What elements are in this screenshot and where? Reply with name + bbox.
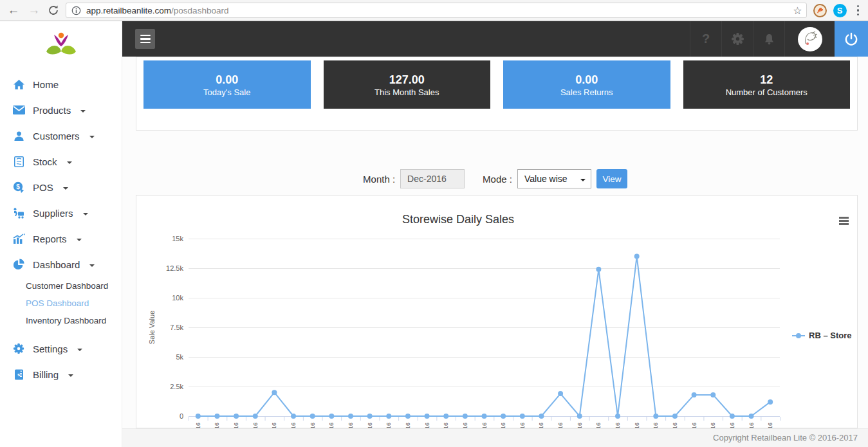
mode-select[interactable]: Value wise: [517, 169, 591, 188]
sidebar-item-billing[interactable]: s Billing: [0, 361, 122, 387]
svg-text:17-Dec-16: 17-Dec-16: [500, 423, 506, 428]
svg-text:3-Dec-16: 3-Dec-16: [233, 423, 239, 428]
svg-text:10k: 10k: [172, 294, 183, 302]
notifications-button[interactable]: [753, 21, 784, 57]
legend-item-rb-store[interactable]: RB – Store: [791, 331, 851, 340]
logout-button[interactable]: [835, 21, 868, 57]
svg-text:4-Dec-16: 4-Dec-16: [252, 423, 259, 428]
sidebar-toggle-button[interactable]: [135, 29, 155, 49]
svg-text:29-Dec-16: 29-Dec-16: [729, 423, 735, 428]
month-input[interactable]: [400, 169, 465, 188]
svg-text:26-Dec-16: 26-Dec-16: [672, 423, 678, 428]
help-button[interactable]: ?: [690, 21, 721, 57]
svg-text:22-Dec-16: 22-Dec-16: [595, 423, 602, 428]
stat-label: Number of Customers: [726, 87, 808, 97]
sidebar-item-products[interactable]: Products: [0, 97, 122, 123]
ledger-icon: [12, 156, 26, 167]
browser-back-icon[interactable]: ←: [6, 3, 21, 17]
url-text: app.retailbeanlite.com/posdashboard: [86, 6, 228, 15]
chart-filter-row: Month : Mode : Value wise View: [122, 169, 868, 188]
sidebar-subitem-customer-dashboard[interactable]: Customer Dashboard: [0, 277, 122, 295]
browser-toolbar: ← → app.retailbeanlite.com/posdashboard …: [0, 0, 868, 21]
svg-text:7.5k: 7.5k: [170, 324, 183, 331]
settings-button[interactable]: [721, 21, 753, 57]
avatar: [798, 27, 822, 51]
stat-value: 12: [760, 72, 773, 87]
svg-text:28-Dec-16: 28-Dec-16: [710, 423, 716, 428]
sidebar-item-pos[interactable]: $ POS: [0, 174, 122, 200]
user-menu-button[interactable]: [784, 21, 835, 57]
browser-forward-icon[interactable]: →: [27, 3, 41, 17]
main-content: 0.00 Today's Sale 127.00 This Month Sale…: [122, 57, 868, 428]
skype-extension-icon[interactable]: S: [833, 4, 847, 17]
svg-text:14-Dec-16: 14-Dec-16: [443, 423, 449, 428]
svg-text:2-Dec-16: 2-Dec-16: [214, 423, 220, 428]
svg-text:8-Dec-16: 8-Dec-16: [328, 423, 335, 428]
chevron-down-icon: [89, 136, 95, 141]
chevron-down-icon: [68, 374, 73, 379]
svg-text:23-Dec-16: 23-Dec-16: [614, 423, 621, 428]
svg-text:19-Dec-16: 19-Dec-16: [538, 423, 544, 428]
svg-text:5-Dec-16: 5-Dec-16: [271, 423, 277, 428]
stat-card-month-sales: 127.00 This Month Sales: [324, 60, 491, 109]
browser-refresh-icon[interactable]: [48, 5, 59, 16]
browser-menu-icon[interactable]: [853, 5, 863, 16]
view-button[interactable]: View: [596, 169, 627, 188]
sidebar-subitem-inventory-dashboard[interactable]: Inventory Dashboard: [0, 312, 122, 329]
sales-line-chart: 02.5k5k7.5k10k12.5k15k1-Dec-162-Dec-163-…: [136, 196, 857, 428]
svg-text:$: $: [16, 183, 20, 190]
svg-text:9-Dec-16: 9-Dec-16: [347, 423, 354, 428]
extension-icon[interactable]: [813, 4, 827, 17]
legend-marker-icon: [791, 332, 806, 340]
copyright-text: Copyright Retailbean Lite © 2016-2017: [713, 433, 858, 442]
svg-text:11-Dec-16: 11-Dec-16: [385, 423, 392, 428]
address-bar[interactable]: app.retailbeanlite.com/posdashboard ☆: [66, 3, 807, 18]
svg-text:30-Dec-16: 30-Dec-16: [748, 423, 755, 428]
month-label: Month :: [363, 174, 395, 185]
chevron-down-icon: [580, 179, 586, 184]
sidebar-item-stock[interactable]: Stock: [0, 149, 122, 174]
svg-text:12-Dec-16: 12-Dec-16: [405, 423, 411, 428]
stat-card-todays-sale: 0.00 Today's Sale: [143, 60, 311, 109]
power-icon: [844, 32, 859, 47]
svg-text:21-Dec-16: 21-Dec-16: [577, 423, 583, 428]
supplier-cart-icon: [12, 208, 26, 219]
sidebar: Home Products Customers Stock $ POS: [0, 21, 122, 447]
sidebar-subitem-pos-dashboard[interactable]: POS Dashboard: [0, 295, 122, 312]
svg-text:15-Dec-16: 15-Dec-16: [462, 423, 468, 428]
chevron-down-icon: [80, 110, 86, 115]
sidebar-item-customers[interactable]: Customers: [0, 123, 122, 149]
stat-value: 127.00: [389, 72, 425, 87]
help-icon: ?: [702, 32, 710, 46]
sidebar-nav: Home Products Customers Stock $ POS: [0, 71, 122, 277]
stat-card-customer-count: 12 Number of Customers: [683, 60, 851, 109]
user-icon: [12, 131, 26, 141]
sidebar-nav-bottom: Settings s Billing: [0, 336, 122, 387]
bookmark-star-icon[interactable]: ☆: [793, 5, 802, 17]
svg-text:13-Dec-16: 13-Dec-16: [424, 423, 430, 428]
retailbean-logo[interactable]: [0, 21, 122, 71]
mode-select-value: Value wise: [524, 174, 568, 184]
page-info-icon[interactable]: [71, 6, 81, 15]
chevron-down-icon: [77, 349, 82, 354]
sidebar-item-suppliers[interactable]: Suppliers: [0, 200, 122, 226]
sidebar-item-settings[interactable]: Settings: [0, 336, 122, 361]
gear-icon: [12, 343, 26, 354]
sidebar-item-home[interactable]: Home: [0, 71, 122, 97]
stat-label: This Month Sales: [374, 87, 439, 97]
home-icon: [12, 79, 26, 90]
stat-card-sales-returns: 0.00 Sales Returns: [503, 60, 670, 109]
footer: Copyright Retailbean Lite © 2016-2017: [122, 428, 868, 447]
url-host: app.retailbeanlite.com: [86, 6, 171, 15]
svg-text:25-Dec-16: 25-Dec-16: [652, 423, 659, 428]
sidebar-item-dashboard[interactable]: Dashboard: [0, 251, 122, 277]
svg-text:20-Dec-16: 20-Dec-16: [557, 423, 564, 428]
svg-text:0: 0: [180, 412, 183, 420]
chevron-down-icon: [77, 239, 82, 244]
svg-text:1-Dec-16: 1-Dec-16: [195, 423, 201, 428]
sales-chart-panel: Storewise Daily Sales Sale Value 02.5k5k…: [136, 195, 858, 428]
stat-value: 0.00: [216, 72, 238, 87]
stat-value: 0.00: [575, 72, 598, 87]
dollar-sale-icon: $: [12, 181, 26, 193]
sidebar-item-reports[interactable]: Reports: [0, 226, 122, 251]
